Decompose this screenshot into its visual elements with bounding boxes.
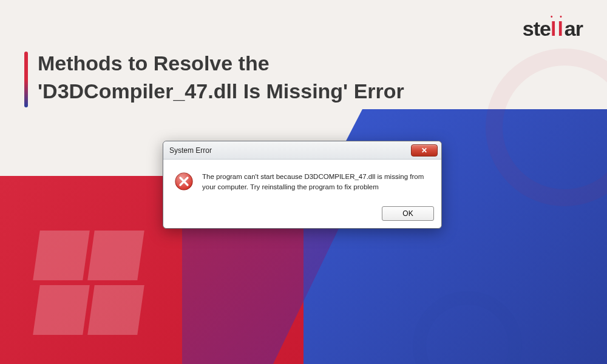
logo-part-right: ar [565,17,583,40]
title-line-1: Methods to Resolve the [38,50,404,78]
logo-part-mid: ll [551,17,565,41]
ok-button-label: OK [402,209,413,218]
dialog-titlebar[interactable]: System Error ✕ [163,141,441,160]
dialog-title: System Error [169,146,212,155]
dialog-body: The program can't start because D3DCOMPI… [163,160,441,201]
logo-part-left: ste [523,17,551,40]
dialog-footer: OK [163,201,441,228]
error-icon [174,172,194,191]
windows-logo-icon [36,231,146,340]
title-accent-bar [24,52,28,107]
error-dialog: System Error ✕ The program can't start b… [163,141,442,229]
close-icon: ✕ [421,147,427,154]
page-title: Methods to Resolve the 'D3DCompiler_47.d… [38,50,404,106]
close-button[interactable]: ✕ [411,144,438,157]
dialog-message: The program can't start because D3DCOMPI… [202,172,430,192]
brand-logo: stellar [523,17,583,41]
title-line-2: 'D3DCompiler_47.dll Is Missing' Error [38,78,404,106]
ok-button[interactable]: OK [382,206,434,221]
